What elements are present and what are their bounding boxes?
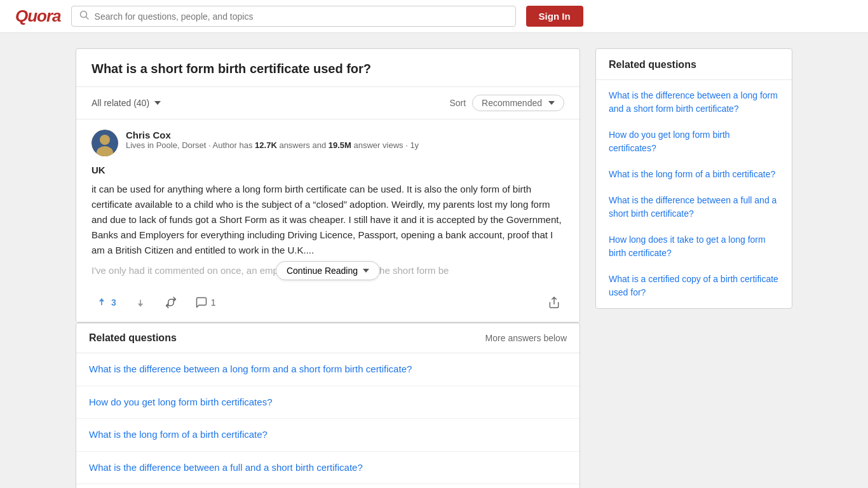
- answer-text-main: it can be used for anything where a long…: [92, 182, 564, 258]
- sign-in-button[interactable]: Sign In: [526, 6, 583, 27]
- share-icon: [548, 296, 560, 309]
- related-link-3[interactable]: What is the long form of a birth certifi…: [89, 429, 268, 440]
- list-item[interactable]: How long does it take to get a long form…: [76, 484, 580, 488]
- answer-content: UK it can be used for anything where a l…: [92, 163, 564, 278]
- related-questions-in-answer: Related questions More answers below Wha…: [76, 323, 580, 488]
- related-link-list: What is the difference between a long fo…: [76, 353, 580, 488]
- author-info: Chris Cox Lives in Poole, Dorset · Autho…: [126, 130, 564, 150]
- header: Quora Sign In: [0, 0, 868, 33]
- comment-button[interactable]: 1: [191, 294, 220, 311]
- filter-bar: All related (40) Sort Recommended: [76, 87, 580, 119]
- author-answers: 12.7K: [255, 140, 277, 150]
- sidebar-link-list: What is the difference between a long fo…: [596, 80, 792, 308]
- comment-count: 1: [211, 297, 216, 308]
- sidebar-link-2[interactable]: How do you get long form birth certifica…: [609, 128, 779, 155]
- author-bio-end: answer views · 1y: [354, 140, 419, 150]
- share-button[interactable]: [544, 294, 564, 311]
- avatar[interactable]: [92, 130, 118, 156]
- list-item[interactable]: What is the difference between a long fo…: [596, 83, 792, 122]
- downvote-icon: [134, 296, 147, 309]
- list-item[interactable]: How do you get long form birth certifica…: [596, 122, 792, 161]
- question-card: What is a short form birth certificate u…: [76, 48, 580, 323]
- continue-chevron-icon: [363, 269, 369, 273]
- sidebar-card: Related questions What is the difference…: [595, 48, 792, 309]
- author-views: 19.5M: [329, 140, 351, 150]
- sidebar-title: Related questions: [596, 49, 792, 80]
- sort-chevron-icon: [548, 101, 555, 105]
- author-row: Chris Cox Lives in Poole, Dorset · Autho…: [92, 130, 564, 156]
- author-bio: Lives in Poole, Dorset · Author has 12.7…: [126, 140, 564, 150]
- answer-fade-wrap: I've only had it commented on once, an e…: [92, 263, 564, 278]
- continue-reading-label: Continue Reading: [287, 266, 358, 276]
- related-link-2[interactable]: How do you get long form birth certifica…: [89, 396, 272, 407]
- upvote-icon: [95, 296, 108, 309]
- answer-block: Chris Cox Lives in Poole, Dorset · Autho…: [76, 119, 580, 322]
- list-item[interactable]: What is the difference between a full an…: [76, 452, 580, 485]
- repost-icon: [165, 296, 177, 309]
- sort-label: Sort: [449, 98, 466, 108]
- continue-reading-button[interactable]: Continue Reading: [276, 261, 380, 280]
- search-bar: [71, 6, 516, 27]
- sort-area: Sort Recommended: [449, 95, 564, 111]
- search-input[interactable]: [95, 11, 508, 22]
- answer-location: UK: [92, 163, 564, 178]
- author-bio-mid: answers and: [279, 140, 326, 150]
- list-item[interactable]: What is the difference between a long fo…: [76, 353, 580, 386]
- sidebar-link-5[interactable]: How long does it take to get a long form…: [609, 233, 779, 260]
- list-item[interactable]: What is the long form of a birth certifi…: [76, 419, 580, 452]
- upvote-button[interactable]: 3: [92, 294, 120, 311]
- sort-value: Recommended: [482, 98, 542, 108]
- all-related-label: All related (40): [92, 98, 149, 108]
- comment-icon: [195, 296, 208, 309]
- svg-line-1: [86, 17, 88, 20]
- search-icon: [79, 10, 90, 22]
- sidebar-link-6[interactable]: What is a certified copy of a birth cert…: [609, 273, 779, 299]
- author-bio-prefix: Lives in Poole, Dorset · Author has: [126, 140, 252, 150]
- quora-logo[interactable]: Quora: [15, 6, 61, 26]
- list-item[interactable]: What is the long form of a birth certifi…: [596, 161, 792, 187]
- question-title: What is a short form birth certificate u…: [76, 49, 580, 87]
- sort-dropdown[interactable]: Recommended: [472, 95, 564, 111]
- sidebar-link-1[interactable]: What is the difference between a long fo…: [609, 89, 779, 116]
- main-container: What is a short form birth certificate u…: [65, 33, 803, 488]
- action-bar: 3: [92, 287, 564, 311]
- list-item[interactable]: What is the difference between a full an…: [596, 187, 792, 227]
- content-area: What is a short form birth certificate u…: [76, 48, 580, 488]
- more-answers-below-label: More answers below: [485, 333, 567, 343]
- related-in-answer-header: Related questions More answers below: [76, 323, 580, 353]
- avatar-image: [92, 130, 118, 156]
- chevron-down-icon: [154, 101, 161, 105]
- sidebar-link-4[interactable]: What is the difference between a full an…: [609, 194, 779, 220]
- related-link-4[interactable]: What is the difference between a full an…: [89, 462, 363, 473]
- related-in-answer-title: Related questions: [89, 332, 177, 344]
- sidebar-link-3[interactable]: What is the long form of a birth certifi…: [609, 168, 779, 181]
- svg-point-3: [100, 135, 110, 145]
- sidebar: Related questions What is the difference…: [595, 48, 792, 309]
- list-item[interactable]: What is a certified copy of a birth cert…: [596, 266, 792, 306]
- list-item[interactable]: How do you get long form birth certifica…: [76, 386, 580, 419]
- all-related-filter[interactable]: All related (40): [92, 98, 161, 108]
- author-name[interactable]: Chris Cox: [126, 130, 564, 140]
- downvote-button[interactable]: [130, 294, 151, 311]
- list-item[interactable]: How long does it take to get a long form…: [596, 227, 792, 266]
- upvote-count: 3: [111, 297, 116, 308]
- repost-button[interactable]: [161, 294, 181, 311]
- related-link-1[interactable]: What is the difference between a long fo…: [89, 363, 412, 374]
